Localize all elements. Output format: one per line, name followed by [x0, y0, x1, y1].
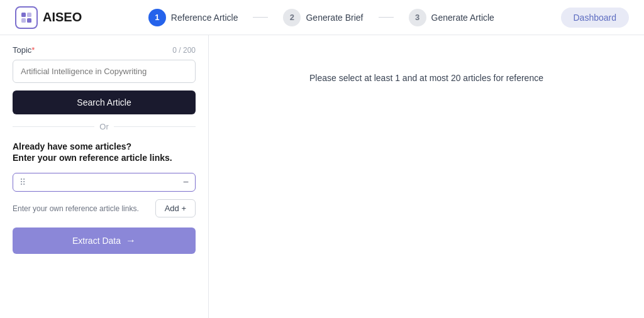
logo-area: AISEO	[15, 6, 82, 29]
main-content: Topic* 0 / 200 Search Article Or Already…	[0, 35, 644, 318]
arrow-icon: →	[126, 235, 136, 246]
topic-label: Topic*	[13, 45, 35, 55]
left-panel: Topic* 0 / 200 Search Article Or Already…	[0, 35, 209, 318]
step-2[interactable]: 2 Generate Brief	[283, 9, 363, 26]
svg-rect-0	[21, 13, 26, 17]
step-2-label: Generate Brief	[306, 13, 363, 23]
steps-nav: 1 Reference Article 2 Generate Brief 3 G…	[148, 9, 494, 26]
add-url-button[interactable]: Add +	[155, 199, 196, 217]
dashboard-button[interactable]: Dashboard	[561, 8, 630, 28]
header: AISEO 1 Reference Article 2 Generate Bri…	[0, 0, 644, 35]
svg-rect-1	[27, 13, 31, 17]
step-1[interactable]: 1 Reference Article	[148, 9, 238, 26]
info-message: Please select at least 1 and at most 20 …	[309, 73, 543, 83]
step-3[interactable]: 3 Generate Article	[409, 9, 494, 26]
char-count: 0 / 200	[172, 46, 196, 55]
step-1-label: Reference Article	[171, 13, 238, 23]
step-1-number: 1	[148, 9, 166, 26]
right-panel: Please select at least 1 and at most 20 …	[209, 35, 644, 318]
logo-text: AISEO	[43, 10, 82, 25]
step-3-label: Generate Article	[431, 13, 494, 23]
add-hint: Enter your own reference article links.	[13, 204, 148, 213]
svg-rect-3	[27, 18, 31, 23]
extract-data-button[interactable]: Extract Data →	[13, 228, 196, 254]
url-text-input[interactable]	[31, 178, 178, 187]
url-input-row: ⠿ −	[13, 173, 196, 192]
remove-url-button[interactable]: −	[183, 177, 189, 187]
add-row: Enter your own reference article links. …	[13, 199, 196, 217]
topic-input[interactable]	[13, 60, 196, 83]
step-3-number: 3	[409, 9, 426, 26]
step-divider-1	[253, 17, 268, 18]
already-have-text: Already have some articles?	[13, 141, 196, 151]
search-article-button[interactable]: Search Article	[13, 90, 196, 114]
logo-icon	[15, 6, 38, 29]
topic-required: *	[31, 45, 35, 55]
or-divider: Or	[13, 122, 196, 131]
topic-header: Topic* 0 / 200	[13, 45, 196, 55]
drag-icon: ⠿	[19, 177, 26, 187]
enter-links-text: Enter your own reference article links.	[13, 153, 196, 163]
step-2-number: 2	[283, 9, 301, 26]
or-line-left	[13, 126, 94, 127]
or-text: Or	[99, 122, 108, 131]
step-divider-2	[379, 17, 394, 18]
or-line-right	[114, 126, 196, 127]
svg-rect-2	[21, 18, 26, 23]
